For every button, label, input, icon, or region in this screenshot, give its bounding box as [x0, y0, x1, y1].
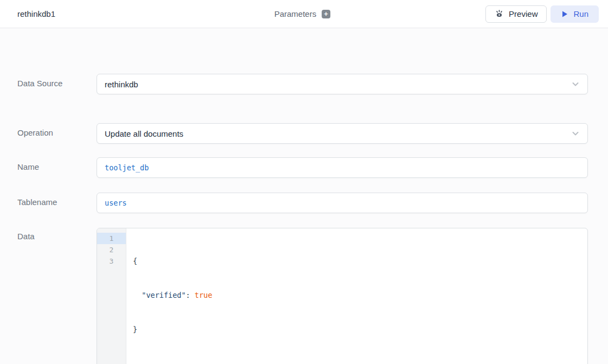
name-input-value: tooljet_db — [105, 163, 149, 172]
eye-icon — [495, 9, 504, 18]
run-button-label: Run — [573, 9, 588, 18]
data-source-row: Data Source rethinkdb — [0, 74, 608, 94]
query-editor-body: Data Source rethinkdb Operation Update a… — [0, 28, 608, 364]
plus-icon: + — [324, 10, 328, 18]
data-source-select[interactable]: rethinkdb — [97, 74, 588, 94]
code-line: "verified": true — [133, 290, 581, 301]
topbar-actions: Preview Run — [485, 5, 599, 23]
json-key: "verified" — [142, 291, 185, 299]
parameters-section: Parameters + — [274, 9, 331, 18]
operation-label: Operation — [17, 123, 97, 137]
data-source-value: rethinkdb — [105, 80, 138, 89]
line-number: 2 — [97, 244, 126, 256]
name-row: Name tooljet_db — [0, 157, 608, 178]
code-line: { — [133, 256, 581, 267]
add-parameter-button[interactable]: + — [322, 10, 330, 18]
line-number: 3 — [97, 256, 126, 267]
tablename-input[interactable]: users — [97, 193, 588, 213]
parameters-label: Parameters — [274, 9, 317, 18]
name-label: Name — [17, 157, 97, 171]
chevron-down-icon — [571, 80, 580, 88]
data-code-editor[interactable]: 1 2 3 { "verified": true } — [97, 228, 588, 364]
json-value: true — [195, 291, 213, 299]
play-icon — [561, 10, 568, 18]
query-name[interactable]: rethinkdb1 — [17, 9, 55, 18]
data-source-label: Data Source — [17, 74, 97, 88]
preview-button-label: Preview — [509, 9, 537, 18]
operation-value: Update all documents — [105, 129, 183, 138]
data-row: Data 1 2 3 { "verified": true } — [0, 228, 608, 364]
name-input[interactable]: tooljet_db — [97, 157, 588, 178]
tablename-label: Tablename — [17, 193, 97, 207]
line-number: 1 — [97, 233, 126, 244]
chevron-down-icon — [571, 129, 580, 138]
editor-gutter: 1 2 3 — [97, 228, 126, 364]
data-label: Data — [17, 228, 97, 241]
operation-row: Operation Update all documents — [0, 123, 608, 144]
operation-select[interactable]: Update all documents — [97, 123, 588, 144]
query-editor-topbar: rethinkdb1 Parameters + Preview — [0, 0, 608, 28]
tablename-row: Tablename users — [0, 193, 608, 213]
tablename-input-value: users — [105, 199, 127, 207]
code-line: } — [133, 324, 581, 335]
preview-button[interactable]: Preview — [485, 5, 547, 23]
editor-code-area[interactable]: { "verified": true } — [126, 228, 587, 364]
run-button[interactable]: Run — [551, 5, 599, 23]
